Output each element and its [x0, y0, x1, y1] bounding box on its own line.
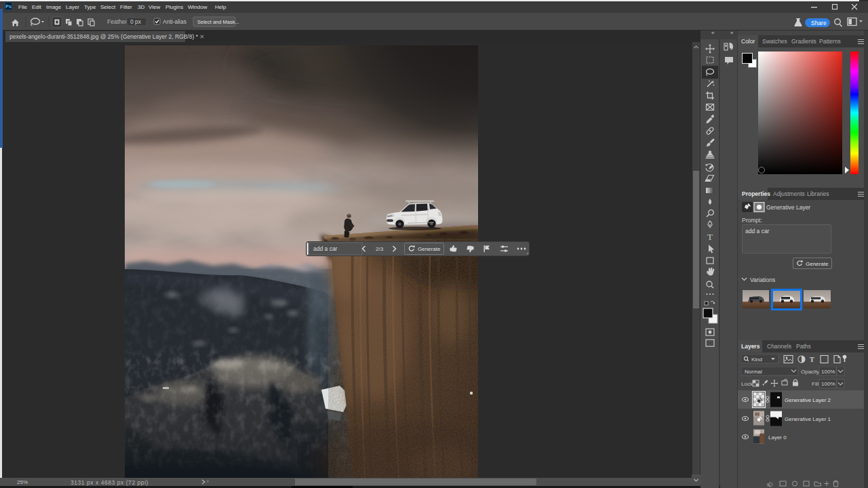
svg-text:add a car: add a car — [313, 245, 338, 252]
svg-text:100%: 100% — [821, 381, 835, 387]
svg-text:Layer 0: Layer 0 — [768, 434, 787, 441]
svg-text:2/3: 2/3 — [376, 246, 384, 252]
svg-text:fx: fx — [767, 483, 771, 487]
svg-text:Opacity:: Opacity: — [801, 369, 821, 375]
svg-text:Select and Mask...: Select and Mask... — [197, 19, 239, 25]
svg-text:Generate: Generate — [806, 261, 829, 267]
svg-text:Lock:: Lock: — [741, 381, 754, 387]
svg-text:Feather:: Feather: — [107, 18, 129, 25]
svg-text:T: T — [810, 356, 814, 363]
svg-text:Anti-alias: Anti-alias — [163, 18, 186, 25]
svg-text:Share: Share — [811, 20, 827, 26]
svg-text:100%: 100% — [821, 369, 835, 375]
svg-text:0 px: 0 px — [130, 18, 142, 25]
svg-text:Generative Layer 1: Generative Layer 1 — [785, 416, 831, 422]
svg-text:Normal: Normal — [745, 369, 762, 375]
svg-text:Generate: Generate — [418, 246, 441, 252]
svg-text:Kind: Kind — [751, 357, 762, 363]
svg-text:T: T — [707, 232, 713, 242]
svg-text:Generative Layer 2: Generative Layer 2 — [785, 397, 831, 403]
svg-text:Variations: Variations — [750, 277, 775, 283]
svg-text:Generative Layer: Generative Layer — [766, 204, 810, 211]
